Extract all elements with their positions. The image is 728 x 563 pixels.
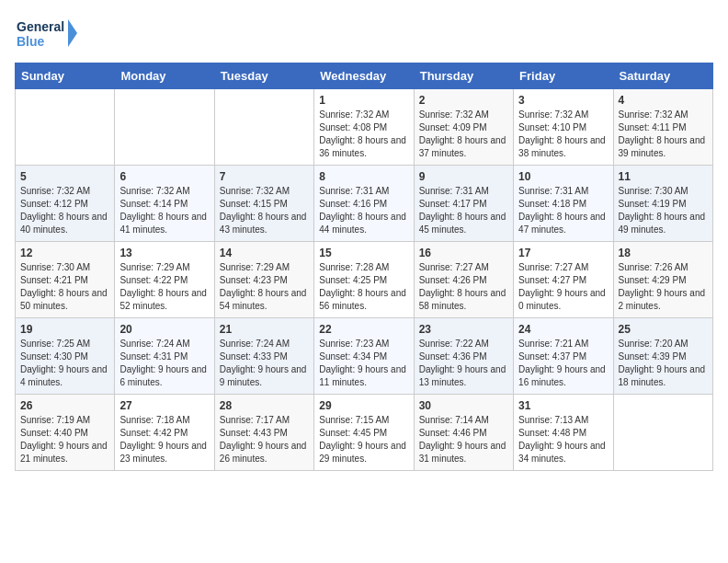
svg-marker-2 (68, 19, 77, 47)
day-info: Sunrise: 7:22 AM Sunset: 4:36 PM Dayligh… (419, 338, 508, 389)
calendar-cell: 31Sunrise: 7:13 AM Sunset: 4:48 PM Dayli… (514, 395, 613, 471)
day-info: Sunrise: 7:30 AM Sunset: 4:19 PM Dayligh… (619, 185, 708, 236)
calendar-cell: 25Sunrise: 7:20 AM Sunset: 4:39 PM Dayli… (613, 318, 712, 395)
calendar-cell: 1Sunrise: 7:32 AM Sunset: 4:08 PM Daylig… (314, 89, 414, 166)
day-number: 14 (220, 247, 309, 259)
calendar-cell: 22Sunrise: 7:23 AM Sunset: 4:34 PM Dayli… (314, 318, 414, 395)
day-info: Sunrise: 7:29 AM Sunset: 4:22 PM Dayligh… (119, 261, 209, 313)
day-header-tuesday: Tuesday (214, 63, 313, 89)
day-header-thursday: Thursday (414, 63, 513, 89)
day-info: Sunrise: 7:31 AM Sunset: 4:16 PM Dayligh… (319, 185, 408, 236)
calendar-cell: 16Sunrise: 7:27 AM Sunset: 4:26 PM Dayli… (414, 242, 513, 318)
calendar-cell: 10Sunrise: 7:31 AM Sunset: 4:18 PM Dayli… (514, 166, 613, 242)
day-info: Sunrise: 7:31 AM Sunset: 4:17 PM Dayligh… (419, 185, 508, 236)
day-number: 24 (518, 323, 608, 336)
page-header: GeneralBlue (15, 15, 713, 53)
day-info: Sunrise: 7:32 AM Sunset: 4:12 PM Dayligh… (20, 185, 109, 236)
calendar-cell: 7Sunrise: 7:32 AM Sunset: 4:15 PM Daylig… (214, 166, 313, 242)
day-number: 6 (119, 170, 209, 183)
day-info: Sunrise: 7:27 AM Sunset: 4:26 PM Dayligh… (419, 261, 508, 313)
day-header-friday: Friday (514, 63, 613, 89)
day-info: Sunrise: 7:32 AM Sunset: 4:08 PM Dayligh… (319, 109, 408, 160)
day-header-sunday: Sunday (16, 63, 115, 89)
day-info: Sunrise: 7:24 AM Sunset: 4:33 PM Dayligh… (220, 338, 309, 389)
day-number: 29 (319, 399, 408, 412)
day-number: 9 (419, 170, 508, 183)
day-number: 5 (20, 170, 109, 183)
calendar-cell: 5Sunrise: 7:32 AM Sunset: 4:12 PM Daylig… (16, 166, 115, 242)
day-number: 4 (619, 94, 708, 107)
day-info: Sunrise: 7:31 AM Sunset: 4:18 PM Dayligh… (518, 185, 608, 236)
day-info: Sunrise: 7:23 AM Sunset: 4:34 PM Dayligh… (319, 338, 408, 389)
day-number: 27 (119, 399, 209, 412)
calendar-cell (115, 89, 214, 166)
day-number: 19 (20, 323, 109, 336)
calendar-cell (613, 395, 712, 471)
week-row-1: 1Sunrise: 7:32 AM Sunset: 4:08 PM Daylig… (16, 89, 713, 166)
day-info: Sunrise: 7:25 AM Sunset: 4:30 PM Dayligh… (20, 338, 109, 389)
day-header-saturday: Saturday (613, 63, 712, 89)
day-info: Sunrise: 7:30 AM Sunset: 4:21 PM Dayligh… (20, 261, 109, 313)
day-number: 28 (220, 399, 309, 412)
svg-text:General: General (17, 19, 64, 34)
day-number: 17 (518, 247, 608, 259)
day-number: 26 (20, 399, 109, 412)
day-number: 22 (319, 323, 408, 336)
day-header-monday: Monday (115, 63, 214, 89)
header-row: SundayMondayTuesdayWednesdayThursdayFrid… (16, 63, 713, 89)
week-row-2: 5Sunrise: 7:32 AM Sunset: 4:12 PM Daylig… (16, 166, 713, 242)
day-info: Sunrise: 7:28 AM Sunset: 4:25 PM Dayligh… (319, 261, 408, 313)
svg-text:Blue: Blue (17, 34, 45, 49)
day-info: Sunrise: 7:15 AM Sunset: 4:45 PM Dayligh… (319, 414, 408, 465)
day-info: Sunrise: 7:14 AM Sunset: 4:46 PM Dayligh… (419, 414, 508, 465)
day-number: 11 (619, 170, 708, 183)
day-info: Sunrise: 7:13 AM Sunset: 4:48 PM Dayligh… (518, 414, 608, 465)
day-number: 20 (119, 323, 209, 336)
day-number: 31 (518, 399, 608, 412)
calendar-cell: 26Sunrise: 7:19 AM Sunset: 4:40 PM Dayli… (16, 395, 115, 471)
day-info: Sunrise: 7:26 AM Sunset: 4:29 PM Dayligh… (619, 261, 708, 313)
day-number: 15 (319, 247, 408, 259)
calendar-cell: 20Sunrise: 7:24 AM Sunset: 4:31 PM Dayli… (115, 318, 214, 395)
day-number: 18 (619, 247, 708, 259)
day-number: 16 (419, 247, 508, 259)
day-number: 1 (319, 94, 408, 107)
calendar-cell: 15Sunrise: 7:28 AM Sunset: 4:25 PM Dayli… (314, 242, 414, 318)
day-info: Sunrise: 7:32 AM Sunset: 4:09 PM Dayligh… (419, 109, 508, 160)
day-info: Sunrise: 7:24 AM Sunset: 4:31 PM Dayligh… (119, 338, 209, 389)
calendar-cell: 23Sunrise: 7:22 AM Sunset: 4:36 PM Dayli… (414, 318, 513, 395)
calendar-cell: 4Sunrise: 7:32 AM Sunset: 4:11 PM Daylig… (613, 89, 712, 166)
calendar-header: SundayMondayTuesdayWednesdayThursdayFrid… (16, 63, 713, 89)
week-row-5: 26Sunrise: 7:19 AM Sunset: 4:40 PM Dayli… (16, 395, 713, 471)
week-row-4: 19Sunrise: 7:25 AM Sunset: 4:30 PM Dayli… (16, 318, 713, 395)
day-info: Sunrise: 7:19 AM Sunset: 4:40 PM Dayligh… (20, 414, 109, 465)
day-info: Sunrise: 7:17 AM Sunset: 4:43 PM Dayligh… (220, 414, 309, 465)
day-info: Sunrise: 7:21 AM Sunset: 4:37 PM Dayligh… (518, 338, 608, 389)
calendar-cell: 24Sunrise: 7:21 AM Sunset: 4:37 PM Dayli… (514, 318, 613, 395)
day-info: Sunrise: 7:32 AM Sunset: 4:15 PM Dayligh… (220, 185, 309, 236)
day-info: Sunrise: 7:32 AM Sunset: 4:11 PM Dayligh… (619, 109, 708, 160)
calendar-cell: 30Sunrise: 7:14 AM Sunset: 4:46 PM Dayli… (414, 395, 513, 471)
day-number: 3 (518, 94, 608, 107)
day-number: 30 (419, 399, 508, 412)
calendar-body: 1Sunrise: 7:32 AM Sunset: 4:08 PM Daylig… (16, 89, 713, 471)
calendar-cell: 14Sunrise: 7:29 AM Sunset: 4:23 PM Dayli… (214, 242, 313, 318)
day-number: 2 (419, 94, 508, 107)
calendar-cell: 2Sunrise: 7:32 AM Sunset: 4:09 PM Daylig… (414, 89, 513, 166)
calendar-cell: 11Sunrise: 7:30 AM Sunset: 4:19 PM Dayli… (613, 166, 712, 242)
calendar-cell: 18Sunrise: 7:26 AM Sunset: 4:29 PM Dayli… (613, 242, 712, 318)
day-number: 12 (20, 247, 109, 259)
day-info: Sunrise: 7:32 AM Sunset: 4:10 PM Dayligh… (518, 109, 608, 160)
day-number: 13 (119, 247, 209, 259)
day-number: 8 (319, 170, 408, 183)
calendar-cell: 8Sunrise: 7:31 AM Sunset: 4:16 PM Daylig… (314, 166, 414, 242)
calendar-cell: 13Sunrise: 7:29 AM Sunset: 4:22 PM Dayli… (115, 242, 214, 318)
calendar-cell: 29Sunrise: 7:15 AM Sunset: 4:45 PM Dayli… (314, 395, 414, 471)
day-number: 21 (220, 323, 309, 336)
day-info: Sunrise: 7:20 AM Sunset: 4:39 PM Dayligh… (619, 338, 708, 389)
calendar-cell: 27Sunrise: 7:18 AM Sunset: 4:42 PM Dayli… (115, 395, 214, 471)
calendar-cell: 21Sunrise: 7:24 AM Sunset: 4:33 PM Dayli… (214, 318, 313, 395)
day-info: Sunrise: 7:27 AM Sunset: 4:27 PM Dayligh… (518, 261, 608, 313)
day-info: Sunrise: 7:29 AM Sunset: 4:23 PM Dayligh… (220, 261, 309, 313)
logo: GeneralBlue (15, 15, 79, 53)
